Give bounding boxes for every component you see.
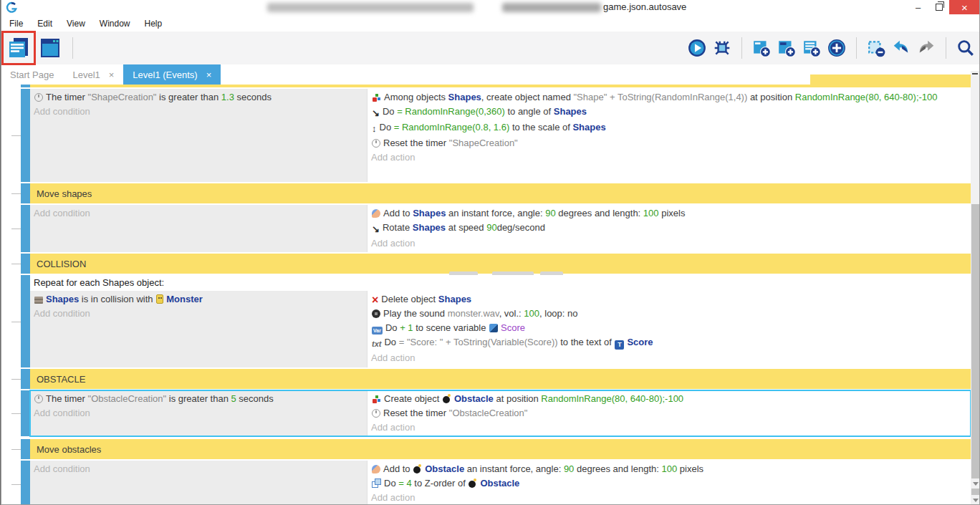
event-handle-bar[interactable] (21, 275, 30, 367)
text-segment: Shapes (46, 294, 79, 304)
text-segment: at position (494, 393, 542, 404)
restore-button[interactable] (928, 0, 949, 14)
menu-help[interactable]: Help (138, 16, 170, 31)
add-event-button[interactable] (752, 39, 771, 57)
menu-edit[interactable]: Edit (30, 16, 59, 31)
add-action[interactable]: Add action (368, 236, 971, 251)
action-line[interactable]: ×Delete object Shapes (368, 292, 971, 307)
add-action[interactable]: Add action (368, 150, 971, 165)
condition-line[interactable]: The timer "ShapeCreation" is greater tha… (30, 90, 367, 105)
text-segment: 90 (545, 208, 555, 218)
action-line[interactable]: Play the sound monster.wav, vol.: 100, l… (368, 307, 971, 321)
add-subevent-button[interactable] (777, 39, 796, 57)
actions-column: Among objects Shapes, create object name… (368, 89, 971, 182)
redo-button[interactable] (917, 39, 936, 57)
condition-line[interactable]: The timer "ObstacleCreation" is greater … (30, 392, 367, 406)
add-condition[interactable]: Add condition (30, 105, 367, 119)
scroll-down-arrow-icon[interactable] (973, 499, 979, 502)
comment-row[interactable]: OBSTACLE (1, 369, 971, 389)
text-segment: degrees and length: (556, 208, 643, 218)
action-line[interactable]: Reset the timer "ShapeCreation" (368, 136, 971, 150)
event-handle-bar[interactable] (21, 369, 30, 389)
tab-close-icon[interactable]: × (206, 69, 212, 80)
text-segment: Add action (371, 492, 415, 503)
text-segment: Create object (384, 393, 442, 404)
scroll-down-arrow-icon[interactable] (973, 482, 979, 486)
foreach-event-row[interactable]: Repeat for each Shapes object:Shapes is … (1, 275, 971, 367)
menu-view[interactable]: View (59, 16, 92, 31)
comment-row[interactable]: Move shapes (1, 183, 971, 203)
tab-level1[interactable]: Level1× (63, 64, 123, 85)
add-condition[interactable]: Add condition (30, 307, 367, 321)
condition-line[interactable]: Shapes is in collision with Monster (30, 292, 367, 307)
text-segment: "ShapeCreation" (88, 92, 157, 102)
event-handle-bar[interactable] (21, 89, 30, 182)
action-line[interactable]: Reset the timer "ObstacleCreation" (368, 406, 971, 420)
action-line[interactable]: ↘Do = RandomInRange(0,360) to angle of S… (368, 105, 971, 120)
event-row[interactable]: Add conditionAdd to Obstacle an instant … (1, 461, 971, 504)
event-handle-bar[interactable] (21, 205, 30, 252)
debug-button[interactable] (713, 39, 731, 57)
minimize-button[interactable]: – (908, 0, 928, 14)
scrollbar-thumb[interactable] (971, 204, 979, 478)
text-segment: Reset the timer (383, 408, 449, 418)
action-line[interactable]: Add to Shapes an instant force, angle: 9… (368, 206, 971, 221)
event-handle-bar[interactable] (21, 439, 30, 459)
comment-row[interactable]: Move obstacles (1, 439, 971, 459)
conditions-column: The timer "ObstacleCreation" is greater … (30, 390, 368, 436)
text-segment: = RandomInRange(0.8, 1.6) (394, 122, 510, 133)
text-segment: Shapes (448, 92, 481, 102)
text-segment: Add action (371, 238, 415, 249)
event-handle-bar[interactable] (21, 254, 30, 274)
event-row[interactable]: Add conditionAdd to Shapes an instant fo… (1, 205, 971, 252)
action-line[interactable]: Add to Obstacle an instant force, angle:… (368, 462, 971, 476)
add-circle-button[interactable] (827, 39, 846, 57)
add-action[interactable]: Add action (368, 351, 971, 365)
scene-window-button[interactable] (37, 35, 63, 61)
tab-level1-events-[interactable]: Level1 (Events)× (123, 64, 221, 85)
text-segment: pixels (677, 463, 703, 474)
conditions-column: The timer "ShapeCreation" is greater tha… (30, 89, 368, 182)
add-comment-button[interactable] (802, 39, 821, 57)
vertical-scrollbar[interactable] (971, 71, 980, 504)
text-segment: an instant force, angle: (464, 463, 564, 474)
add-condition[interactable]: Add condition (30, 406, 367, 420)
action-line[interactable]: txtDo = "Score: " + ToString(Variable(Sc… (368, 335, 971, 351)
action-line[interactable]: ↘Rotate Shapes at speed 90deg/second (368, 221, 971, 236)
action-line[interactable]: Create object Obstacle at position Rando… (368, 392, 971, 406)
event-row[interactable]: The timer "ShapeCreation" is greater tha… (1, 89, 971, 182)
menu-file[interactable]: File (2, 16, 30, 31)
angle-icon: ↘ (372, 106, 380, 120)
add-condition[interactable]: Add condition (30, 462, 367, 476)
event-row-selected[interactable]: The timer "ObstacleCreation" is greater … (1, 390, 971, 436)
add-condition[interactable]: Add condition (30, 206, 367, 221)
action-line[interactable]: ↕Do = RandomInRange(0.8, 1.6) to the sca… (368, 120, 971, 136)
add-action[interactable]: Add action (368, 491, 971, 504)
foreach-header[interactable]: Repeat for each Shapes object: (30, 275, 971, 291)
menu-window[interactable]: Window (92, 16, 138, 31)
close-button[interactable]: × (949, 0, 980, 14)
comment-row[interactable]: COLLISION (1, 254, 971, 274)
delete-event-button[interactable] (867, 39, 885, 57)
tab-start-page[interactable]: Start Page (1, 64, 63, 85)
action-line[interactable]: VarDo + 1 to scene variable Score (368, 321, 971, 335)
action-line[interactable]: Among objects Shapes, create object name… (368, 90, 971, 105)
text-segment: to Z-order of (412, 478, 469, 489)
events-sheet-button[interactable] (6, 35, 32, 61)
event-handle-bar[interactable] (21, 461, 30, 504)
add-action[interactable]: Add action (368, 420, 971, 435)
event-handle-bar[interactable] (21, 183, 30, 203)
timer-icon (372, 139, 380, 148)
scrollbar-bottom-block[interactable] (971, 489, 979, 495)
search-button[interactable] (956, 39, 975, 57)
event-handle-bar[interactable] (21, 85, 30, 87)
text-segment: Do (384, 478, 398, 489)
action-line[interactable]: Do = 4 to Z-order of Obstacle (368, 476, 971, 491)
play-button[interactable] (688, 39, 706, 57)
event-gutter (1, 89, 21, 182)
undo-button[interactable] (892, 39, 911, 57)
comment-text: Move shapes (37, 188, 92, 199)
zorder-icon (372, 478, 381, 488)
event-handle-bar[interactable] (21, 390, 30, 436)
tab-close-icon[interactable]: × (109, 69, 115, 80)
